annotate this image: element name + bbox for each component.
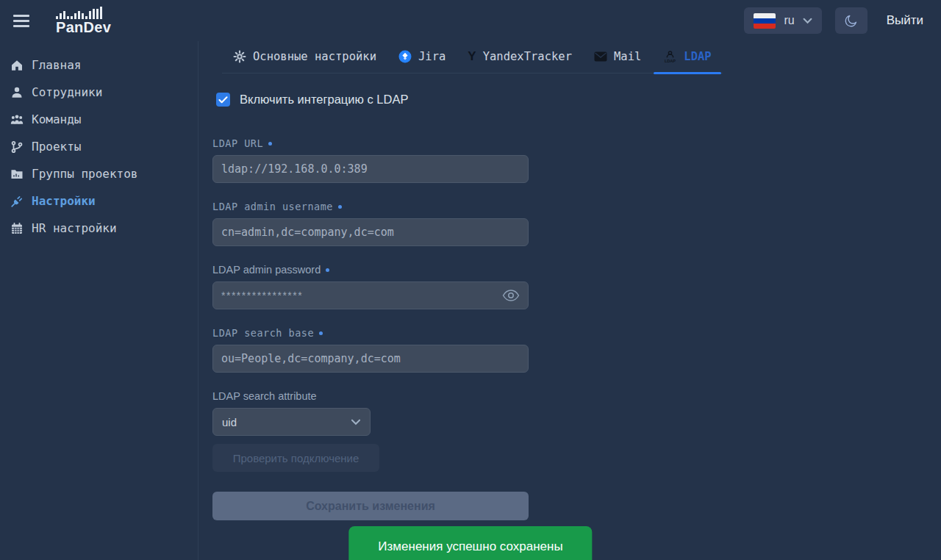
field-label: LDAP admin username — [212, 201, 333, 212]
sidebar-item-label: HR настройки — [32, 221, 117, 235]
ldap-search-attribute-select[interactable]: uid — [212, 408, 371, 436]
sidebar-item-label: Группы проектов — [32, 167, 138, 181]
enable-ldap-label: Включить интеграцию с LDAP — [240, 93, 408, 107]
theme-toggle-button[interactable] — [835, 7, 867, 34]
field-ldap-url: LDAP URL — [212, 137, 529, 183]
home-icon — [10, 59, 24, 72]
tab-mail[interactable]: Mail — [583, 41, 652, 73]
ldap-url-input[interactable] — [212, 155, 529, 183]
language-selector[interactable]: ru — [744, 7, 821, 34]
sidebar-item-label: Проекты — [32, 140, 81, 154]
chevron-down-icon — [351, 419, 361, 426]
tab-label: Jira — [418, 50, 446, 63]
required-dot — [326, 268, 329, 272]
required-dot — [338, 205, 342, 209]
main-content: Основные настройки Jira Y YandexTracker … — [198, 41, 941, 560]
app-logo: PanDev — [56, 7, 111, 35]
required-dot — [268, 142, 272, 146]
projects-branch-icon — [10, 140, 24, 154]
sidebar-item-project-groups[interactable]: Группы проектов — [0, 160, 198, 187]
sidebar-item-settings[interactable]: Настройки — [0, 187, 198, 215]
field-ldap-admin-password: LDAP admin password — [212, 264, 529, 309]
sidebar-nav: Главная Сотрудники Команды — [0, 41, 198, 560]
success-toast: Изменения успешно сохранены — [348, 526, 592, 560]
enable-ldap-row[interactable]: Включить интеграцию с LDAP — [216, 93, 529, 107]
toggle-password-visibility-button[interactable] — [501, 287, 520, 304]
enable-ldap-checkbox[interactable] — [216, 93, 230, 107]
sidebar-item-label: Сотрудники — [32, 85, 102, 99]
chevron-down-icon — [803, 18, 812, 24]
ldap-admin-password-input[interactable] — [212, 281, 529, 309]
teams-icon — [10, 113, 24, 126]
sidebar-item-projects[interactable]: Проекты — [0, 133, 198, 160]
ldap-settings-form: Включить интеграцию с LDAP LDAP URL LDAP… — [212, 93, 529, 520]
ldap-icon: LDAP — [663, 50, 677, 64]
tab-general-settings[interactable]: Основные настройки — [222, 41, 387, 73]
sidebar-item-label: Команды — [32, 112, 81, 126]
gear-icon — [233, 50, 246, 63]
logout-button[interactable]: Выйти — [887, 13, 923, 28]
tab-label: Основные настройки — [253, 50, 376, 63]
field-label: LDAP search base — [212, 327, 314, 339]
logo-text: PanDev — [56, 20, 111, 35]
settings-tabs: Основные настройки Jira Y YandexTracker … — [222, 41, 723, 73]
language-code: ru — [784, 14, 794, 27]
tab-label: YandexTracker — [483, 50, 572, 63]
field-ldap-admin-username: LDAP admin username — [212, 201, 529, 246]
field-label: LDAP URL — [212, 137, 263, 149]
logo-equalizer-icon — [56, 7, 107, 19]
eye-icon — [502, 290, 520, 301]
field-ldap-search-base: LDAP search base — [212, 327, 529, 373]
tab-label: Mail — [614, 50, 641, 63]
test-connection-button[interactable]: Проверить подключение — [212, 444, 379, 472]
sidebar-item-teams[interactable]: Команды — [0, 106, 198, 133]
sidebar-item-home[interactable]: Главная — [0, 51, 198, 79]
sidebar-item-hr-settings[interactable]: HR настройки — [0, 215, 198, 242]
sidebar-item-employees[interactable]: Сотрудники — [0, 79, 198, 106]
tab-label: LDAP — [684, 50, 711, 63]
svg-text:LDAP: LDAP — [665, 58, 676, 62]
ldap-admin-username-input[interactable] — [212, 218, 529, 246]
settings-plug-icon — [10, 195, 24, 208]
field-label: LDAP admin password — [212, 264, 321, 276]
yandex-tracker-icon: Y — [468, 49, 476, 64]
required-dot — [319, 331, 323, 335]
top-bar: PanDev ru Выйти — [0, 0, 941, 41]
hamburger-menu-icon[interactable] — [13, 9, 37, 32]
ldap-search-base-input[interactable] — [212, 345, 529, 373]
sidebar-item-label: Настройки — [32, 194, 96, 208]
russia-flag-icon — [754, 13, 776, 29]
field-ldap-search-attribute: LDAP search attribute uid — [212, 390, 529, 436]
project-groups-folder-icon — [10, 168, 24, 181]
employee-icon — [10, 86, 24, 99]
save-changes-button[interactable]: Сохранить изменения — [212, 492, 529, 520]
mail-icon — [594, 51, 607, 62]
jira-icon — [398, 50, 412, 63]
tab-ldap[interactable]: LDAP LDAP — [652, 41, 722, 73]
tab-yandex-tracker[interactable]: Y YandexTracker — [457, 41, 583, 73]
moon-icon — [844, 13, 859, 28]
sidebar-item-label: Главная — [32, 58, 81, 72]
tab-jira[interactable]: Jira — [387, 41, 457, 73]
selected-option: uid — [222, 416, 237, 428]
field-label: LDAP search attribute — [212, 390, 317, 402]
checkmark-icon — [218, 96, 228, 104]
calendar-icon — [10, 222, 24, 235]
